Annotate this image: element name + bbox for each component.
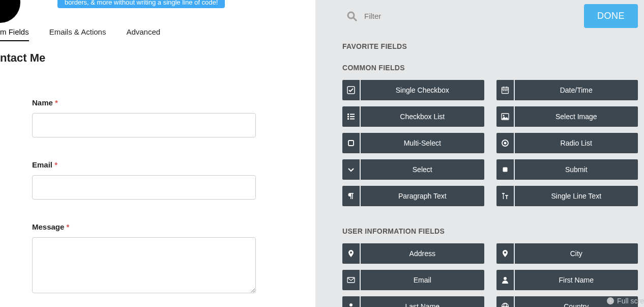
section-favorite-fields: FAVORITE FIELDS	[342, 42, 407, 50]
filter-input[interactable]	[364, 12, 584, 20]
svg-point-0	[348, 12, 354, 18]
globe-icon	[496, 296, 515, 307]
field-label: First Name	[515, 270, 638, 290]
field-label: Email	[361, 270, 484, 290]
svg-rect-12	[347, 118, 349, 120]
svg-rect-10	[347, 114, 349, 115]
calendar-icon	[496, 80, 515, 100]
page-title: ntact Me	[0, 51, 45, 65]
svg-rect-8	[505, 90, 506, 91]
promo-banner: borders, & more without writing a single…	[57, 0, 225, 8]
square-icon	[342, 133, 361, 153]
section-user-information-fields: USER INFORMATION FIELDS	[342, 227, 445, 235]
field-block-multi-select[interactable]: Multi-Select	[342, 133, 484, 153]
svg-rect-18	[348, 141, 354, 146]
tab-form-fields[interactable]: m Fields	[0, 27, 29, 41]
section-common-fields: COMMON FIELDS	[342, 64, 405, 72]
radio-icon	[496, 133, 515, 153]
image-icon	[496, 106, 515, 127]
field-block-submit[interactable]: Submit	[496, 159, 638, 180]
field-label: Select	[361, 159, 484, 180]
field-label: Date/Time	[515, 80, 638, 100]
field-block-single-checkbox[interactable]: Single Checkbox	[342, 80, 484, 100]
form-field-email[interactable]: Email *	[32, 160, 256, 200]
field-block-select[interactable]: Select	[342, 159, 484, 180]
svg-rect-13	[350, 114, 355, 115]
email-input[interactable]	[32, 175, 256, 200]
svg-rect-9	[506, 90, 507, 91]
field-block-radio-list[interactable]: Radio List	[496, 133, 638, 153]
field-block-single-line-text[interactable]: Single Line Text	[496, 186, 638, 206]
field-label: Checkbox List	[361, 106, 484, 127]
field-label: Paragraph Text	[361, 186, 484, 206]
svg-point-23	[504, 277, 507, 280]
field-block-date-time[interactable]: Date/Time	[496, 80, 638, 100]
search-icon	[346, 10, 358, 22]
text-icon	[496, 186, 515, 206]
fullscreen-hint[interactable]: ‹ Full scre	[607, 297, 644, 305]
field-label: Select Image	[515, 106, 638, 127]
field-block-paragraph-text[interactable]: Paragraph Text	[342, 186, 484, 206]
user-icon	[342, 296, 361, 307]
tab-advanced[interactable]: Advanced	[126, 27, 160, 41]
field-block-last-name[interactable]: Last Name	[342, 296, 484, 307]
square-filled-icon	[496, 159, 515, 180]
field-label: Radio List	[515, 133, 638, 153]
form-preview: Name * Email * Message *	[32, 98, 256, 307]
pin-icon	[342, 243, 361, 264]
field-block-checkbox-list[interactable]: Checkbox List	[342, 106, 484, 127]
svg-rect-7	[503, 90, 504, 91]
svg-point-17	[503, 115, 504, 117]
user-icon	[496, 270, 515, 290]
form-field-message[interactable]: Message *	[32, 222, 256, 295]
field-label: Submit	[515, 159, 638, 180]
email-label: Email *	[32, 160, 256, 169]
chevron-down-icon	[342, 159, 361, 180]
message-input[interactable]	[32, 237, 256, 293]
tab-emails-actions[interactable]: Emails & Actions	[49, 27, 106, 41]
name-input[interactable]	[32, 113, 256, 137]
field-label: Last Name	[361, 296, 484, 307]
svg-rect-11	[347, 116, 349, 118]
svg-point-20	[504, 142, 506, 145]
svg-rect-14	[350, 116, 355, 117]
field-label: City	[515, 243, 638, 264]
field-block-email[interactable]: Email	[342, 270, 484, 290]
list-icon	[342, 106, 361, 127]
logo	[0, 0, 20, 23]
svg-point-24	[349, 303, 353, 306]
message-label: Message *	[32, 222, 256, 231]
svg-rect-15	[350, 119, 355, 120]
form-field-name[interactable]: Name *	[32, 98, 256, 137]
svg-rect-21	[503, 168, 507, 172]
field-block-city[interactable]: City	[496, 243, 638, 264]
paragraph-icon	[342, 186, 361, 206]
field-label: Single Line Text	[515, 186, 638, 206]
done-button[interactable]: DONE	[584, 4, 638, 28]
field-label: Address	[361, 243, 484, 264]
field-label: Multi-Select	[361, 133, 484, 153]
field-block-address[interactable]: Address	[342, 243, 484, 264]
field-block-first-name[interactable]: First Name	[496, 270, 638, 290]
chevron-left-icon: ‹	[607, 297, 614, 304]
field-label: Single Checkbox	[361, 80, 484, 100]
pin-icon	[496, 243, 515, 264]
check-square-icon	[342, 80, 361, 100]
svg-line-1	[354, 18, 357, 21]
field-block-select-image[interactable]: Select Image	[496, 106, 638, 127]
envelope-icon	[342, 270, 361, 290]
name-label: Name *	[32, 98, 256, 107]
